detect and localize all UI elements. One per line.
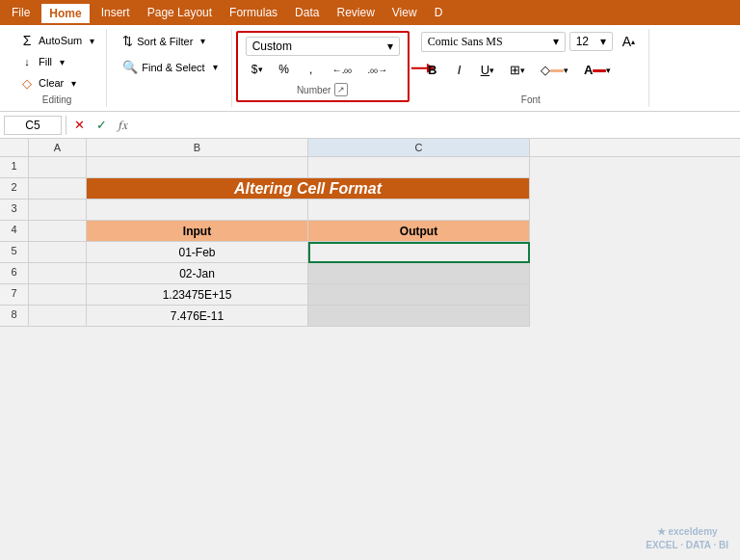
menu-formulas[interactable]: Formulas xyxy=(222,3,285,22)
watermark-text: ★ exceldemyEXCEL · DATA · BI xyxy=(646,526,728,550)
cell-b6[interactable]: 02-Jan xyxy=(87,263,308,284)
row-header-5[interactable]: 5 xyxy=(0,242,29,263)
increase-decimal-button[interactable]: .₀₀→ xyxy=(361,62,393,78)
table-row: 8 7.476E-11 xyxy=(0,306,740,327)
clear-button[interactable]: ◇ Clear ▾ xyxy=(15,73,80,93)
cell-c4-header[interactable]: Output xyxy=(308,221,530,242)
number-format-value: Custom xyxy=(252,40,292,53)
autosum-button[interactable]: Σ AutoSum ▾ xyxy=(15,31,98,50)
font-group-label: Font xyxy=(521,93,541,105)
cell-b8-value: 7.476E-11 xyxy=(171,309,224,323)
clear-label: Clear xyxy=(39,77,64,89)
cell-a7[interactable] xyxy=(29,284,87,306)
cell-b7[interactable]: 1.23475E+15 xyxy=(87,284,308,306)
menu-page-layout[interactable]: Page Layout xyxy=(140,3,220,22)
row-header-7[interactable]: 7 xyxy=(0,284,29,306)
find-label: Find & Select xyxy=(142,62,204,73)
number-format-dropdown[interactable]: Custom ▾ xyxy=(246,37,400,56)
border-button[interactable]: ⊞▾ xyxy=(504,60,531,80)
menu-more[interactable]: D xyxy=(427,3,451,22)
cell-a2[interactable] xyxy=(29,178,87,200)
font-size-dropdown[interactable]: 12 ▾ xyxy=(569,32,613,51)
menu-file[interactable]: File xyxy=(4,3,38,22)
font-color-icon: A xyxy=(584,63,593,77)
cell-c1[interactable] xyxy=(308,157,530,178)
font-color-button[interactable]: A ▾ xyxy=(578,60,617,80)
sort-icon: ⇅ xyxy=(122,34,133,48)
col-headers: A B C xyxy=(0,139,740,157)
fill-button[interactable]: ↓ Fill ▾ xyxy=(15,52,68,71)
font-group: Comic Sans MS ▾ 12 ▾ A▴ B I U▾ ⊞▾ ◇ xyxy=(413,29,649,107)
cell-c5[interactable] xyxy=(308,242,530,263)
percent-button[interactable]: % xyxy=(273,60,296,79)
bold-button[interactable]: B xyxy=(421,60,444,80)
col-header-b[interactable]: B xyxy=(87,139,308,156)
fill-caret: ▾ xyxy=(60,57,65,67)
row-header-8[interactable]: 8 xyxy=(0,306,29,327)
font-row1: Comic Sans MS ▾ 12 ▾ A▴ xyxy=(421,31,641,52)
sort-label: Sort & Filter xyxy=(137,36,193,47)
find-icon: 🔍 xyxy=(122,60,138,74)
find-select-button[interactable]: 🔍 Find & Select ▾ xyxy=(117,57,223,77)
font-grow-button[interactable]: A▴ xyxy=(617,31,641,52)
formula-input[interactable] xyxy=(136,117,736,134)
cell-a5[interactable] xyxy=(29,242,87,263)
cell-b8[interactable]: 7.476E-11 xyxy=(87,306,308,327)
menu-data[interactable]: Data xyxy=(287,3,327,22)
cell-c3[interactable] xyxy=(308,200,530,221)
cell-b5[interactable]: 01-Feb xyxy=(87,242,308,263)
row-header-1[interactable]: 1 xyxy=(0,157,29,178)
number-dialog-launcher[interactable]: ↗ xyxy=(334,83,348,96)
cell-a3[interactable] xyxy=(29,200,87,221)
currency-button[interactable]: $▾ xyxy=(246,60,269,79)
cell-a6[interactable] xyxy=(29,263,87,284)
italic-button[interactable]: I xyxy=(448,60,471,80)
cell-a1[interactable] xyxy=(29,157,87,178)
col-header-c[interactable]: C xyxy=(308,139,530,156)
fill-caret-2: ▾ xyxy=(564,66,568,75)
row-header-2[interactable]: 2 xyxy=(0,178,29,200)
decrease-decimal-button[interactable]: ←.₀₀ xyxy=(327,62,358,78)
cell-a8[interactable] xyxy=(29,306,87,327)
menu-home[interactable]: Home xyxy=(40,2,91,23)
menu-insert[interactable]: Insert xyxy=(93,3,138,22)
fill-color-button[interactable]: ◇ ▾ xyxy=(535,60,574,80)
row-col-corner xyxy=(0,139,29,156)
cancel-formula-icon[interactable]: ✕ xyxy=(70,116,89,134)
formula-bar: ✕ ✓ 𝑓𝑥 xyxy=(0,112,740,139)
cell-b4-header[interactable]: Input xyxy=(87,221,308,242)
menu-review[interactable]: Review xyxy=(329,3,382,22)
row-header-3[interactable]: 3 xyxy=(0,200,29,221)
table-row: 5 01-Feb xyxy=(0,242,740,263)
cell-c8[interactable] xyxy=(308,306,530,327)
underline-icon: U xyxy=(481,63,489,77)
menu-view[interactable]: View xyxy=(384,3,425,22)
table-row: 7 1.23475E+15 xyxy=(0,284,740,306)
cell-reference-box[interactable] xyxy=(4,116,62,135)
sort-filter-button[interactable]: ⇅ Sort & Filter ▾ xyxy=(117,31,211,51)
underline-button[interactable]: U▾ xyxy=(475,60,500,80)
confirm-formula-icon[interactable]: ✓ xyxy=(92,116,111,134)
font-name-value: Comic Sans MS xyxy=(428,35,503,49)
title-text: Altering Cell Format xyxy=(234,180,382,198)
formula-icons: ✕ ✓ 𝑓𝑥 xyxy=(70,116,132,135)
cell-b3[interactable] xyxy=(87,200,308,221)
find-caret: ▾ xyxy=(213,62,218,72)
cell-c6[interactable] xyxy=(308,263,530,284)
row-header-6[interactable]: 6 xyxy=(0,263,29,284)
cell-b1[interactable] xyxy=(87,157,308,178)
cell-b2-title[interactable]: Altering Cell Format xyxy=(87,178,530,200)
cell-a4[interactable] xyxy=(29,221,87,242)
table-row: 4 Input Output xyxy=(0,221,740,242)
number-label-text: Number xyxy=(297,85,331,95)
font-name-dropdown[interactable]: Comic Sans MS ▾ xyxy=(421,32,566,52)
editing-group-label: Editing xyxy=(42,93,72,105)
spreadsheet: A B C 1 2 Altering Cell Format 3 4 Input… xyxy=(0,139,740,327)
row-header-4[interactable]: 4 xyxy=(0,221,29,242)
clear-caret: ▾ xyxy=(71,78,76,89)
comma-button[interactable]: , xyxy=(300,60,323,79)
cell-c7[interactable] xyxy=(308,284,530,306)
insert-function-icon[interactable]: 𝑓𝑥 xyxy=(115,116,132,135)
menu-bar: File Home Insert Page Layout Formulas Da… xyxy=(0,0,740,25)
col-header-a[interactable]: A xyxy=(29,139,87,156)
